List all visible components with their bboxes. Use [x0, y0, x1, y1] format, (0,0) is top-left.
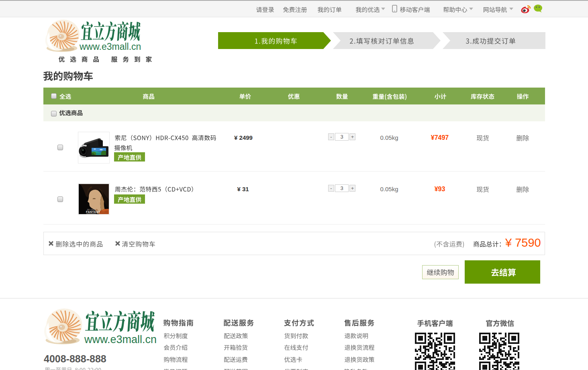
svg-text:FANTASY: FANTASY	[86, 210, 100, 214]
svg-text:VNF: VNF	[102, 211, 105, 213]
